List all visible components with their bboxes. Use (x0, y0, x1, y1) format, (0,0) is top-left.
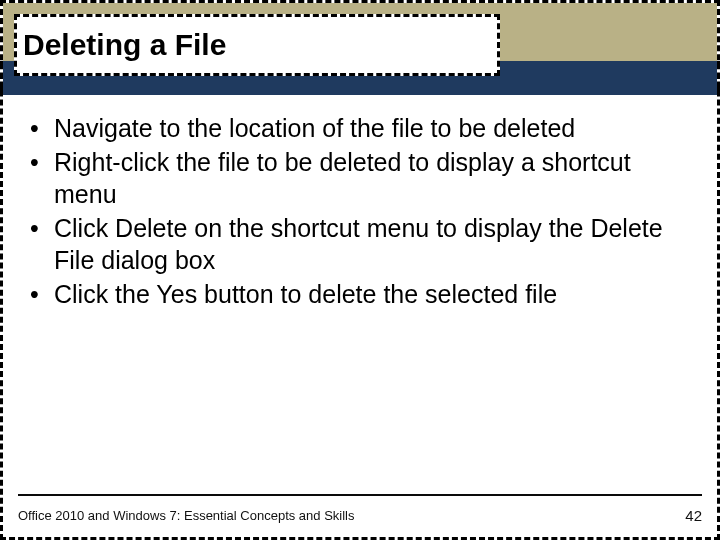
list-item: Navigate to the location of the file to … (24, 112, 696, 144)
page-number: 42 (685, 507, 702, 524)
footer-divider (18, 494, 702, 496)
bullet-list: Navigate to the location of the file to … (24, 112, 696, 310)
frame-tick-left (0, 61, 3, 95)
title-box: Deleting a File (14, 14, 500, 76)
slide-title: Deleting a File (23, 28, 226, 62)
footer-text: Office 2010 and Windows 7: Essential Con… (18, 508, 355, 523)
list-item: Click Delete on the shortcut menu to dis… (24, 212, 696, 276)
list-item: Click the Yes button to delete the selec… (24, 278, 696, 310)
footer: Office 2010 and Windows 7: Essential Con… (18, 507, 702, 524)
list-item: Right-click the file to be deleted to di… (24, 146, 696, 210)
slide-body: Navigate to the location of the file to … (24, 112, 696, 312)
